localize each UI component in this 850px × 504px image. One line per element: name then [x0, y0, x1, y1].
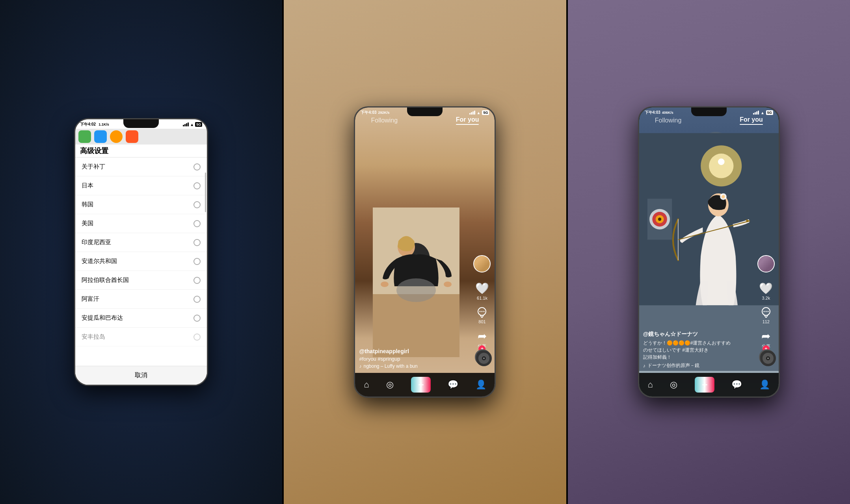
settings-title: 高级设置 [80, 146, 202, 156]
share-icon-2: ➦ [478, 330, 487, 343]
tab-foryou-2[interactable]: For you [456, 116, 479, 125]
bottom-add-2[interactable]: ＋ [411, 377, 431, 393]
scroll-indicator [205, 172, 206, 212]
radio-patch[interactable] [193, 163, 201, 170]
app-icon-4 [126, 130, 138, 143]
radio-korea[interactable] [193, 201, 201, 208]
phone-1-notch [123, 119, 159, 128]
like-action-2[interactable]: 🤍 61.1k [475, 282, 489, 300]
jp-line3-3: 記得加鲜義！ [643, 354, 755, 361]
creator-avatar-2[interactable]: + [473, 255, 491, 272]
home-icon-3: ⌂ [648, 380, 653, 390]
svg-point-33 [763, 311, 764, 312]
comment-icon-2 [476, 306, 488, 319]
inbox-icon-3: 💬 [731, 380, 742, 390]
radio-afghanistan[interactable] [193, 296, 201, 303]
like-action-3[interactable]: 🤍 3.2k [759, 282, 773, 300]
tiktok-actions-2: + 🤍 61.1k [473, 255, 491, 349]
music-text-3: ドーナツ创作的原声－鏡 [647, 362, 699, 369]
jp-line1-3: どうすか！🟠🟠🟠🟠#運営さんおすすめ [643, 339, 755, 346]
settings-item-indonesia[interactable]: 印度尼西亚 [75, 233, 207, 252]
music-note-icon-3: ♪ [643, 363, 645, 369]
phone-1-body: 下午4:02 1.1K/s ▲ 5G [74, 118, 208, 386]
username-2: @thatpineapplegirl [359, 348, 471, 354]
radio-anfu[interactable] [193, 334, 201, 341]
svg-point-39 [767, 358, 769, 359]
music-info-2: ♪ ngbong – Luffy with a bun [359, 363, 471, 369]
settings-item-label-uae: 阿拉伯联合酋长国 [82, 276, 129, 284]
creator-avatar-3[interactable]: + [757, 255, 775, 272]
bottom-discover-2[interactable]: ◎ [386, 380, 394, 390]
settings-item-antigua[interactable]: 安提瓜和巴布达 [75, 309, 207, 328]
comment-action-3[interactable]: 112 [760, 306, 772, 324]
cancel-button[interactable]: 取消 [75, 366, 207, 385]
tab-following-3[interactable]: Following [655, 117, 682, 124]
tab-following-2[interactable]: Following [371, 117, 398, 124]
svg-point-10 [482, 311, 483, 312]
settings-item-usa[interactable]: 美国 [75, 214, 207, 233]
home-icon-2: ⌂ [364, 380, 369, 390]
app-icon-3 [110, 130, 123, 143]
phone-3-notch [691, 107, 727, 116]
username-3: @鏡ちゃん☆ドーナツ [643, 331, 755, 338]
status-icons-2: ▲ 5G [469, 110, 489, 115]
svg-point-7 [396, 278, 436, 302]
settings-item-korea[interactable]: 韩国 [75, 195, 207, 214]
settings-item-label-antigua: 安提瓜和巴布达 [82, 314, 123, 322]
music-note-icon-2: ♪ [359, 363, 361, 369]
radio-andorra[interactable] [193, 258, 201, 265]
settings-item-andorra[interactable]: 安道尔共和国 [75, 252, 207, 271]
settings-item-label-indonesia: 印度尼西亚 [82, 239, 111, 246]
phone-1-screen: 下午4:02 1.1K/s ▲ 5G [75, 119, 207, 385]
radio-usa[interactable] [193, 220, 201, 227]
tab-foryou-3[interactable]: For you [740, 116, 763, 125]
comment-action-2[interactable]: 801 [476, 306, 488, 324]
svg-point-11 [484, 311, 485, 312]
status-right-1: ▲ 5G [183, 122, 202, 127]
bottom-profile-3[interactable]: 👤 [759, 380, 770, 390]
settings-item-patch[interactable]: 关于补丁 [75, 158, 207, 176]
radio-antigua[interactable] [193, 315, 201, 322]
settings-item-uae[interactable]: 阿拉伯联合酋长国 [75, 271, 207, 290]
bottom-profile-2[interactable]: 👤 [476, 380, 486, 390]
status-left-1: 下午4:02 1.1K/s [80, 122, 109, 127]
tags-2: #foryou #springup [359, 356, 471, 362]
avatar-img-2 [473, 255, 491, 272]
network-2: 292K/s [378, 111, 390, 115]
bottom-home-3[interactable]: ⌂ [648, 380, 653, 390]
bottom-discover-3[interactable]: ◎ [670, 380, 677, 390]
music-text-2: ngbong – Luffy with a bun [363, 363, 417, 369]
svg-point-18 [709, 154, 733, 178]
bottom-inbox-3[interactable]: 💬 [731, 380, 742, 390]
heart-icon-3: 🤍 [759, 282, 773, 295]
wifi-icon-3: ▲ [761, 111, 764, 115]
signal-icon-3 [753, 111, 759, 115]
app-icons-row [75, 129, 207, 145]
bottom-inbox-2[interactable]: 💬 [448, 380, 458, 390]
settings-item-anfu[interactable]: 安丰拉岛 [75, 328, 207, 346]
bottom-home-2[interactable]: ⌂ [364, 380, 369, 390]
bottom-add-3[interactable]: ＋ [695, 377, 714, 393]
panel-3: 下午4:03 406K/s ▲ 5G [568, 0, 850, 504]
phone-3-body: 下午4:03 406K/s ▲ 5G [638, 106, 780, 398]
tiktok-actions-3: + 🤍 3.2k [757, 255, 775, 349]
radio-indonesia[interactable] [193, 239, 201, 246]
profile-icon-2: 👤 [476, 380, 486, 390]
signal-icon-2 [469, 111, 475, 115]
settings-item-afghanistan[interactable]: 阿富汗 [75, 290, 207, 309]
add-icon-3[interactable]: ＋ [695, 377, 714, 393]
settings-list[interactable]: 关于补丁 日本 韩国 美国 [75, 158, 207, 385]
radio-japan[interactable] [193, 182, 201, 189]
add-icon-2[interactable]: ＋ [411, 377, 431, 393]
divider-1 [282, 0, 284, 504]
battery-2: 5G [482, 110, 489, 115]
panel-2: 下午4:03 292K/s ▲ 5G [284, 0, 566, 504]
discover-icon-3: ◎ [670, 380, 677, 390]
wifi-icon-2: ▲ [477, 111, 481, 115]
settings-item-japan[interactable]: 日本 [75, 176, 207, 195]
svg-rect-2 [373, 294, 459, 357]
bottom-nav-2: ⌂ ◎ ＋ 💬 👤 [355, 373, 495, 397]
radio-uae[interactable] [193, 277, 201, 284]
svg-point-15 [483, 358, 485, 359]
network-3: 406K/s [662, 111, 673, 115]
